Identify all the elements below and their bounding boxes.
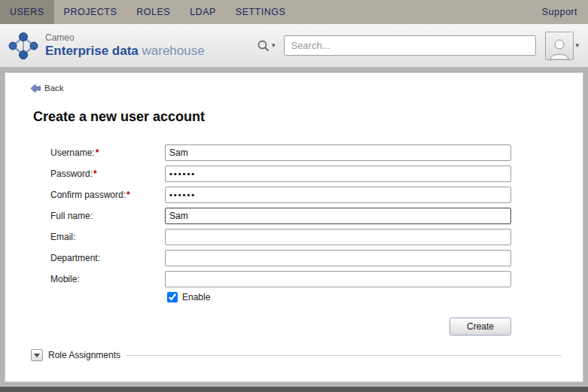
create-button[interactable]: Create	[449, 318, 511, 336]
create-user-form: Username:* Password:* Confirm password:*…	[50, 144, 511, 336]
form-row: Department:	[50, 250, 511, 266]
enable-checkbox[interactable]	[167, 292, 178, 302]
tab-projects[interactable]: PROJECTS	[54, 0, 127, 24]
mobile-input[interactable]	[165, 271, 511, 287]
avatar-caret-icon: ▾	[575, 42, 579, 49]
confirm-password-label: Confirm password:*	[50, 187, 165, 203]
cameo-logo-icon	[6, 29, 41, 62]
password-label: Password:*	[50, 166, 165, 182]
actions-row: Create	[50, 318, 511, 336]
required-mark: *	[126, 190, 130, 200]
search-scope-dropdown[interactable]: ▾	[257, 39, 276, 53]
form-row: Username:*	[50, 144, 511, 161]
enable-row: Enable	[167, 292, 511, 302]
collapse-triangle-icon	[34, 354, 40, 357]
required-mark: *	[93, 169, 97, 179]
support-link[interactable]: Support	[532, 0, 588, 24]
app-header: Cameo Enterprise data warehouse ▾ ▾	[0, 24, 588, 68]
brand-cameo: Cameo	[45, 33, 205, 44]
window-bottom-edge	[0, 387, 588, 392]
person-icon	[548, 37, 571, 59]
back-arrow-icon	[31, 84, 41, 93]
form-row: Mobile:	[50, 271, 511, 287]
password-input[interactable]	[165, 166, 511, 182]
content-area: Back Create a new user account Username:…	[0, 68, 588, 387]
tab-users[interactable]: USERS	[0, 0, 54, 24]
form-row: Email:	[50, 229, 511, 245]
enable-label-text: Enable	[182, 292, 210, 302]
back-label: Back	[44, 84, 64, 93]
search-input[interactable]	[284, 35, 536, 56]
form-row: Full name:	[50, 208, 511, 224]
tab-settings[interactable]: SETTINGS	[226, 0, 296, 24]
top-nav: USERS PROJECTS ROLES LDAP SETTINGS Suppo…	[0, 0, 588, 24]
brand-warehouse: warehouse	[142, 44, 205, 58]
search-icon	[257, 39, 270, 53]
create-user-panel: Back Create a new user account Username:…	[5, 72, 583, 382]
email-input[interactable]	[165, 229, 511, 245]
department-label: Department:	[50, 250, 165, 266]
mobile-label: Mobile:	[50, 271, 165, 287]
search-caret-icon: ▾	[272, 42, 276, 49]
page-title: Create a new user account	[33, 109, 583, 125]
enable-checkbox-label[interactable]: Enable	[167, 292, 210, 302]
role-assignments-toggle[interactable]	[31, 349, 43, 361]
required-mark: *	[96, 147, 99, 158]
brand-enterprise-data: Enterprise data	[45, 44, 139, 58]
username-input[interactable]	[165, 144, 511, 161]
back-link[interactable]: Back	[31, 84, 64, 93]
role-assignments-section: Role Assignments	[31, 349, 562, 361]
email-label: Email:	[50, 229, 165, 245]
form-row: Password:*	[50, 166, 511, 182]
username-label: Username:*	[50, 144, 165, 161]
form-row: Confirm password:*	[50, 187, 511, 203]
brand-text: Cameo Enterprise data warehouse	[45, 33, 205, 58]
tab-roles[interactable]: ROLES	[126, 0, 180, 24]
section-divider	[126, 355, 562, 356]
department-input[interactable]	[165, 250, 511, 266]
confirm-password-input[interactable]	[165, 187, 511, 203]
user-avatar[interactable]	[545, 32, 574, 60]
full-name-label: Full name:	[50, 208, 165, 224]
tab-ldap[interactable]: LDAP	[180, 0, 226, 24]
role-assignments-label: Role Assignments	[48, 350, 120, 360]
full-name-input[interactable]	[165, 208, 511, 224]
